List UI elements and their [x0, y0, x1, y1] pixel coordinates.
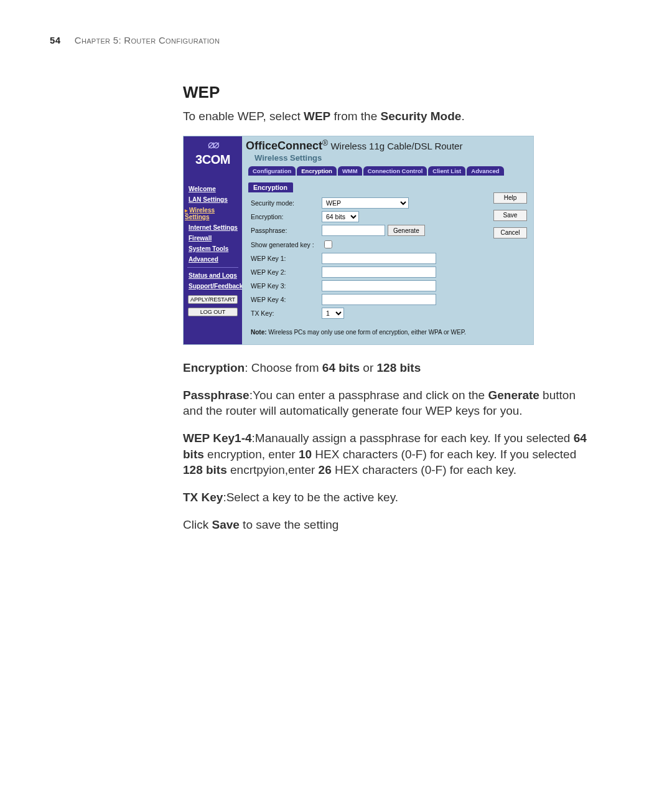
- intro-paragraph: To enable WEP, select WEP from the Secur…: [183, 108, 594, 125]
- nav-welcome[interactable]: Welcome: [184, 184, 242, 194]
- save-button[interactable]: Save: [493, 210, 527, 221]
- wep-key-1-input[interactable]: [322, 253, 436, 264]
- para-encryption: Encryption: Choose from 64 bits or 128 b…: [183, 360, 594, 376]
- wep-key-2-input[interactable]: [322, 267, 436, 278]
- page-number: 54: [50, 35, 60, 45]
- passphrase-input[interactable]: [322, 225, 385, 236]
- label-wep3: WEP Key 3:: [251, 279, 322, 293]
- nav-divider: [187, 267, 238, 268]
- tab-advanced[interactable]: Advanced: [467, 166, 503, 176]
- section-heading: WEP: [183, 83, 594, 102]
- logo-brand: 3COM: [184, 153, 242, 167]
- label-wep1: WEP Key 1:: [251, 252, 322, 265]
- label-txkey: TX Key:: [251, 306, 322, 320]
- para-txkey: TX Key:Select a key to be the active key…: [183, 489, 594, 506]
- logout-button[interactable]: LOG OUT: [188, 308, 238, 316]
- encryption-panel: Encryption Security mode: WEP Encryption…: [242, 177, 533, 345]
- label-security-mode: Security mode:: [251, 196, 322, 210]
- nav-system-tools[interactable]: System Tools: [184, 243, 242, 254]
- panel-note: Note: Wireless PCs may only use one form…: [251, 329, 527, 336]
- label-passphrase: Passphrase:: [251, 224, 322, 238]
- tx-key-select[interactable]: 1: [322, 308, 344, 319]
- router-screenshot: ⌀⌀ 3COM OfficeConnect® Wireless 11g Cabl…: [183, 136, 534, 346]
- label-wep2: WEP Key 2:: [251, 265, 322, 279]
- sidebar-nav: Welcome LAN Settings Wireless Settings I…: [184, 177, 242, 345]
- para-save: Click Save to save the setting: [183, 517, 594, 533]
- label-show-key: Show generated key :: [251, 237, 322, 252]
- wep-key-3-input[interactable]: [322, 280, 436, 291]
- panel-title: Encryption: [248, 182, 293, 192]
- wep-key-4-input[interactable]: [322, 294, 436, 305]
- logo-panel: ⌀⌀ 3COM: [184, 136, 242, 177]
- para-passphrase: Passphrase:You can enter a passphrase an…: [183, 387, 594, 419]
- tab-configuration[interactable]: Configuration: [248, 166, 296, 176]
- help-button[interactable]: Help: [493, 192, 527, 204]
- section-subtitle: Wireless Settings: [254, 153, 533, 163]
- tab-encryption[interactable]: Encryption: [297, 166, 337, 176]
- security-mode-select[interactable]: WEP: [322, 197, 409, 209]
- para-wepkeys: WEP Key1-4:Manaually assign a passphrase…: [183, 430, 594, 478]
- tab-client-list[interactable]: Client List: [428, 166, 465, 176]
- label-encryption: Encryption:: [251, 210, 322, 224]
- nav-advanced[interactable]: Advanced: [184, 254, 242, 265]
- label-wep4: WEP Key 4:: [251, 293, 322, 306]
- nav-lan-settings[interactable]: LAN Settings: [184, 194, 242, 205]
- product-title: OfficeConnect® Wireless 11g Cable/DSL Ro…: [246, 139, 533, 153]
- generate-button[interactable]: Generate: [388, 225, 425, 236]
- apply-restart-button[interactable]: APPLY/RESTART: [188, 295, 238, 304]
- logo-icon: ⌀⌀: [184, 139, 242, 150]
- nav-support-feedback[interactable]: Support/Feedback: [184, 281, 242, 291]
- cancel-button[interactable]: Cancel: [493, 227, 527, 238]
- tab-wmm[interactable]: WMM: [338, 166, 362, 176]
- nav-status-logs[interactable]: Status and Logs: [184, 270, 242, 281]
- tab-row: Configuration Encryption WMM Connection …: [248, 164, 533, 176]
- nav-wireless-settings[interactable]: Wireless Settings: [184, 205, 242, 222]
- encryption-select[interactable]: 64 bits: [322, 211, 359, 222]
- tab-connection-control[interactable]: Connection Control: [363, 166, 427, 176]
- nav-internet-settings[interactable]: Internet Settings: [184, 222, 242, 233]
- nav-firewall[interactable]: Firewall: [184, 233, 242, 243]
- chapter-label: Chapter 5: Router Configuration: [75, 35, 220, 45]
- running-header: 54 Chapter 5: Router Configuration: [50, 35, 622, 45]
- show-key-checkbox[interactable]: [324, 240, 332, 248]
